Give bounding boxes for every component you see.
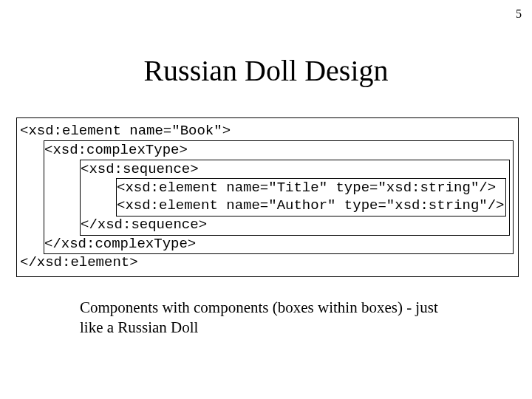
caption-text: Components with components (boxes within…: [80, 298, 458, 338]
code-line: </xsd:sequence>: [81, 216, 508, 234]
page-number: 5: [516, 7, 522, 21]
code-line: <xsd:complexType>: [44, 142, 511, 160]
code-line: </xsd:element>: [20, 254, 515, 272]
slide-title: Russian Doll Design: [0, 53, 532, 88]
code-line: <xsd:element name="Book">: [20, 123, 515, 140]
code-line: </xsd:complexType>: [44, 236, 511, 253]
code-box-outer: <xsd:element name="Book"> <xsd:complexTy…: [16, 117, 519, 277]
code-line: <xsd:element name="Author" type="xsd:str…: [117, 197, 504, 215]
code-box-complextype: <xsd:complexType> <xsd:sequence> <xsd:el…: [44, 140, 514, 255]
code-line: <xsd:element name="Title" type="xsd:stri…: [117, 180, 504, 197]
code-line: <xsd:sequence>: [81, 161, 508, 179]
code-box-elements: <xsd:element name="Title" type="xsd:stri…: [116, 178, 506, 216]
code-box-sequence: <xsd:sequence> <xsd:element name="Title"…: [80, 160, 510, 236]
